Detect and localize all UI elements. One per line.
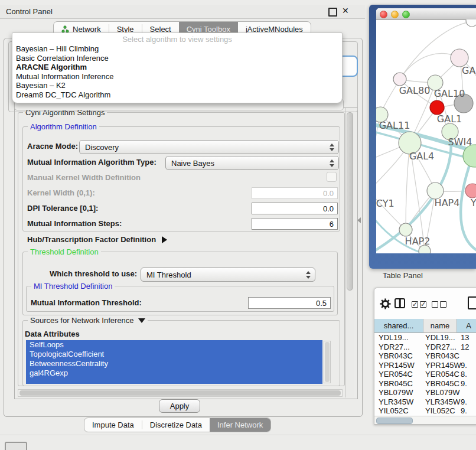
network-canvas[interactable]: GALGAL80GAL10GAL1GAL11SWI4GAL4GCY1HAP4YH… [376,19,476,253]
zoom-traffic-light-icon[interactable] [402,11,410,18]
table-cell: 13 [461,333,469,342]
mi-threshold-label: Mutual Information Threshold: [31,298,142,307]
settings-horizontal-scrollbar-thumb[interactable] [19,390,341,396]
node-red[interactable] [430,100,444,115]
node-label-GAL80: GAL80 [399,85,431,96]
settings-vertical-scrollbar-thumb[interactable] [347,112,353,291]
which-threshold-value: MI Threshold [141,270,302,279]
table-cell: YDL19... [379,333,409,342]
node-label-HAP2: HAP2 [405,236,431,247]
table-cell: 9. [461,406,467,415]
node-label-GAL4: GAL4 [409,151,434,162]
network-window-titlebar[interactable] [376,8,476,20]
gear-icon[interactable] [380,298,391,312]
algorithm-option[interactable]: ARACNE Algorithm [12,63,342,72]
kernel-width-label: Kernel Width (0,1): [27,188,95,197]
table-cell: YBR043C [425,351,459,360]
table-cell: YBR043C [379,351,413,360]
dpi-tolerance-field[interactable]: 0.0 [252,203,338,214]
unchecked-checkbox-icon[interactable] [432,301,438,308]
algorithm-option[interactable]: Bayesian – Hill Climbing [12,44,342,54]
table-row[interactable]: YDR27...YDR27...12 [374,343,476,352]
bottom-divider [0,435,476,435]
mi-steps-field[interactable]: 6 [252,218,338,230]
unchecked-checkbox-icon[interactable] [440,301,446,308]
which-threshold-label: Which threshold to use: [50,269,137,278]
which-threshold-select[interactable]: MI Threshold [141,268,315,282]
kernel-width-field[interactable]: 0.0 [252,187,338,199]
checked-checkbox-icon[interactable]: ✓ [412,301,418,308]
table-cell: YDL19... [425,333,455,342]
float-window-icon[interactable] [328,8,337,17]
table-row[interactable]: YDL19...YDL19...13 [374,333,476,343]
table-horizontal-scrollbar[interactable] [374,416,476,425]
algorithm-option[interactable]: Bayesian – K2 [12,81,342,90]
node[interactable] [451,49,468,67]
algorithm-dropdown-list: Bayesian – Hill ClimbingBasic Correlatio… [12,44,342,100]
aracne-mode-select[interactable]: Discovery [79,140,339,154]
table-row[interactable]: YLR345WYLR345W9. [374,397,476,407]
tab-discretize-data[interactable]: Discretize Data [142,418,210,432]
algorithm-option[interactable]: Basic Correlation Inference [12,54,342,63]
apply-button[interactable]: Apply [159,399,200,413]
table-cell: YLR345W [425,397,460,406]
algorithm-dropdown-popup: Select algorithm to view settings Bayesi… [12,32,343,103]
algorithm-option[interactable]: Dream8 DC_TDC Algorithm [12,90,342,100]
table-row[interactable]: YER054CYER054C8. [374,370,476,379]
data-attribute-item[interactable]: SelfLoops [26,340,322,350]
node-label-GAL11: GAL11 [379,120,410,131]
spinner-arrows-icon [325,159,338,167]
table-row[interactable]: YPR145WYPR145W9. [374,361,476,370]
table-cell: YIL052C [379,406,409,415]
table-cell: YER054C [425,370,459,379]
node-HAP4[interactable] [427,182,444,199]
table-row[interactable]: YBR043CYBR043C [374,351,476,361]
table-row[interactable]: YIL052CYIL052C9. [374,406,476,416]
document-icon[interactable] [468,296,476,309]
node-label-GAL: GAL [462,65,476,76]
close-traffic-light-icon[interactable] [380,11,387,18]
split-columns-icon[interactable] [395,298,405,308]
table-cell: YER054C [379,370,413,379]
panel-collapse-arrow-icon[interactable] [357,217,361,223]
data-attribute-item[interactable]: gal4RGexp [26,369,322,378]
close-icon[interactable]: ✕ [342,6,349,15]
table-cell: YIL052C [425,406,455,415]
minimized-panel-icon[interactable] [5,442,27,450]
table-horizontal-scrollbar-thumb[interactable] [376,418,413,424]
data-attribute-item[interactable]: BetweennessCentrality [26,359,322,369]
tab-impute-data[interactable]: Impute Data [84,418,142,432]
node[interactable] [466,19,476,27]
node-label-GAL1: GAL1 [437,113,462,125]
spinner-arrows-icon [325,144,338,151]
table-row[interactable]: YBL079WYBL079W [374,388,476,397]
data-attributes-label: Data Attributes [25,330,80,338]
data-attributes-list: SelfLoopsTopologicalCoefficientBetweenne… [26,340,322,384]
node-label-HAP4: HAP4 [435,197,460,208]
mi-threshold-field[interactable]: 0.5 [248,297,331,309]
tab-label: Impute Data [92,420,134,429]
hub-definition-label: Hub/Transcription Factor Definition [27,235,156,244]
table-row[interactable]: YBR045CYBR045C9. [374,379,476,389]
node[interactable] [465,184,476,198]
node-GAL80[interactable] [393,73,406,86]
algorithm-option[interactable]: Mutual Information Inference [12,72,342,81]
tab-infer-network[interactable]: Infer Network [210,418,270,432]
mi-type-value: Naive Bayes [166,159,325,168]
data-attribute-item[interactable]: TopologicalCoefficient [26,350,322,359]
column-header-name[interactable]: name [423,319,457,333]
node-label-GAL10: GAL10 [434,88,465,99]
hub-definition-expander[interactable]: Hub/Transcription Factor Definition [27,235,167,244]
minimize-traffic-light-icon[interactable] [391,11,399,18]
column-header-shared[interactable]: shared... [374,319,423,333]
table-header-row: shared...nameA [374,319,476,333]
network-window[interactable]: GALGAL80GAL10GAL1GAL11SWI4GAL4GCY1HAP4YH… [376,8,476,253]
table-cell: YBL079W [379,388,413,397]
node-HAP2[interactable] [399,223,412,236]
mi-type-select[interactable]: Naive Bayes [165,156,339,170]
manual-kernel-checkbox[interactable] [327,172,337,182]
attributes-scrollbar-thumb[interactable] [325,342,330,382]
sources-title[interactable]: Sources for Network Inference [28,316,148,325]
checked-checkbox-icon[interactable]: ✓ [420,301,426,308]
column-header-A[interactable]: A [457,319,476,333]
